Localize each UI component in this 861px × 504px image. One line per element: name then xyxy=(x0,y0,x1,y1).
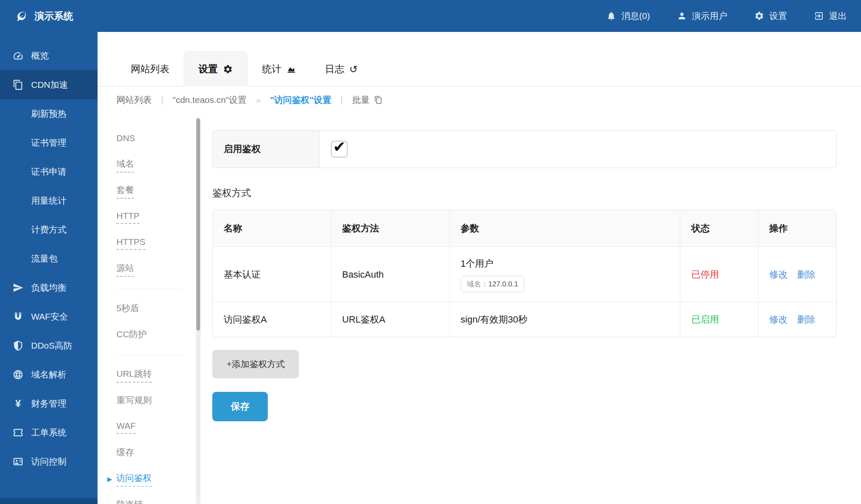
sidebar-item-traffic-pack[interactable]: 流量包 xyxy=(0,244,98,273)
sidebar-item-cert-manage[interactable]: 证书管理 xyxy=(0,128,98,157)
sidebar-item-label: 财务管理 xyxy=(31,398,66,410)
yen-icon: ¥ xyxy=(13,398,24,410)
status-badge: 已启用 xyxy=(680,302,758,337)
tab-settings[interactable]: 设置 xyxy=(184,51,248,87)
breadcrumb-batch-label: 批量 xyxy=(352,94,370,106)
checkmark-icon: ✔ xyxy=(333,138,346,156)
settings-menu-http[interactable]: HTTP xyxy=(116,204,201,230)
idcard-icon xyxy=(13,456,24,467)
topnav-messages[interactable]: 消息(0) xyxy=(606,10,650,22)
enable-auth-row: 启用鉴权 ✔ xyxy=(212,130,837,168)
scrollbar-thumb[interactable] xyxy=(196,118,200,331)
settings-menu-5s-shield[interactable]: 5秒盾 xyxy=(116,296,201,322)
enable-auth-value: ✔ xyxy=(320,131,836,168)
column-header-params: 参数 xyxy=(450,210,681,247)
cell-actions: 修改 删除 xyxy=(758,247,836,302)
settings-menu-scrollbar[interactable] xyxy=(196,117,201,504)
sidebar-item-label: 概览 xyxy=(31,50,49,62)
sidebar-item-label: 域名解析 xyxy=(31,369,66,381)
edit-link[interactable]: 修改 xyxy=(769,314,788,325)
settings-menu-hotlink-protect[interactable]: 防盗链 xyxy=(116,492,201,504)
sidebar-item-billing[interactable]: 计费方式 xyxy=(0,215,98,244)
topnav-user[interactable]: 演示用户 xyxy=(677,10,727,22)
topnav-logout[interactable]: 退出 xyxy=(814,10,847,22)
topnav-logout-label: 退出 xyxy=(829,10,847,22)
tab-logs[interactable]: 日志 ↺ xyxy=(311,52,372,87)
bell-icon xyxy=(606,11,616,21)
gear-icon xyxy=(754,11,764,21)
tab-bar: 网站列表 设置 统计 日志 ↺ xyxy=(98,32,861,87)
breadcrumb-batch[interactable]: 批量 xyxy=(352,94,383,106)
leaf-logo-icon xyxy=(15,10,28,22)
tab-label: 统计 xyxy=(262,63,281,76)
tab-label: 网站列表 xyxy=(131,63,169,76)
settings-menu-dns[interactable]: DNS xyxy=(116,126,201,152)
sidebar-item-load-balancer[interactable]: 负载均衡 xyxy=(0,273,98,302)
param-main: 1个用户 xyxy=(461,257,669,270)
topnav-messages-label: 消息(0) xyxy=(621,10,650,22)
settings-menu-rewrite-rules[interactable]: 重写规则 xyxy=(116,388,201,414)
sidebar-item-label: CDN加速 xyxy=(31,79,68,91)
sidebar-item-overview[interactable]: 概览 xyxy=(0,41,98,70)
cell-method: BasicAuth xyxy=(331,247,450,302)
sidebar-item-tickets[interactable]: 工单系统 xyxy=(0,418,98,447)
settings-menu-waf[interactable]: WAF xyxy=(116,414,201,440)
breadcrumb-separator: | xyxy=(161,95,163,105)
topnav-settings[interactable]: 设置 xyxy=(754,10,787,22)
settings-menu-plan[interactable]: 套餐 xyxy=(116,178,201,204)
main-panel: 启用鉴权 ✔ 鉴权方式 名称 鉴权方法 参数 状态 操作 xyxy=(201,113,861,504)
sidebar-item-finance[interactable]: ¥ 财务管理 xyxy=(0,389,98,418)
breadcrumb-current[interactable]: "访问鉴权"设置 xyxy=(270,94,331,106)
settings-menu: DNS 域名 套餐 HTTP HTTPS 源站 5秒盾 CC防护 URL跳转 重… xyxy=(98,113,201,504)
cell-params: sign/有效期30秒 xyxy=(450,302,681,337)
tab-label: 日志 xyxy=(325,63,344,76)
save-button[interactable]: 保存 xyxy=(212,392,268,421)
sidebar-item-cert-apply[interactable]: 证书申请 xyxy=(0,157,98,186)
sidebar-item-usage-stats[interactable]: 用量统计 xyxy=(0,186,98,215)
enable-auth-checkbox[interactable]: ✔ xyxy=(331,141,348,158)
settings-menu-domain[interactable]: 域名 xyxy=(116,152,201,178)
settings-menu-https[interactable]: HTTPS xyxy=(116,230,201,256)
tab-site-list[interactable]: 网站列表 xyxy=(116,52,184,87)
topnav-settings-label: 设置 xyxy=(769,10,787,22)
sidebar-item-label: 工单系统 xyxy=(31,427,66,438)
sidebar-item-label: WAF安全 xyxy=(31,311,68,323)
sidebar-item-label: 访问控制 xyxy=(31,456,66,467)
settings-menu-cache[interactable]: 缓存 xyxy=(116,440,201,466)
cell-params: 1个用户 域名： 127.0.0.1 xyxy=(450,247,681,302)
breadcrumb-site-settings[interactable]: "cdn.teaos.cn"设置 xyxy=(172,94,246,106)
edit-link[interactable]: 修改 xyxy=(769,269,788,280)
area-chart-icon xyxy=(286,64,296,74)
logout-icon xyxy=(814,11,824,21)
topnav: 消息(0) 演示用户 设置 退出 xyxy=(606,10,847,22)
sidebar-item-label: DDoS高防 xyxy=(31,340,72,352)
paper-plane-icon xyxy=(13,282,24,293)
cell-actions: 修改 删除 xyxy=(758,302,836,337)
cell-name: 基本认证 xyxy=(213,247,331,302)
sidebar-item-dns-resolve[interactable]: 域名解析 xyxy=(0,360,98,389)
tab-stats[interactable]: 统计 xyxy=(248,52,311,87)
cell-method: URL鉴权A xyxy=(331,302,450,337)
settings-menu-origin[interactable]: 源站 xyxy=(116,256,201,282)
delete-link[interactable]: 删除 xyxy=(797,314,816,325)
sidebar-item-refresh-preheat[interactable]: 刷新预热 xyxy=(0,99,98,128)
sidebar-item-cdn[interactable]: CDN加速 xyxy=(0,70,98,99)
topnav-user-label: 演示用户 xyxy=(692,10,727,22)
breadcrumb-separator: » xyxy=(256,95,261,105)
sidebar-item-waf[interactable]: WAF安全 xyxy=(0,302,98,331)
shield-icon xyxy=(13,340,24,351)
gear-icon xyxy=(223,64,233,74)
add-auth-method-button[interactable]: +添加鉴权方式 xyxy=(212,350,299,378)
table-header-row: 名称 鉴权方法 参数 状态 操作 xyxy=(213,210,836,247)
settings-menu-url-redirect[interactable]: URL跳转 xyxy=(116,362,201,388)
delete-link[interactable]: 删除 xyxy=(797,269,816,280)
history-icon: ↺ xyxy=(349,64,358,74)
sidebar-item-access-control[interactable]: 访问控制 xyxy=(0,447,98,476)
table-row: 访问鉴权A URL鉴权A sign/有效期30秒 已启用 修改 删除 xyxy=(213,302,836,337)
sidebar-item-ddos[interactable]: DDoS高防 xyxy=(0,331,98,360)
menu-divider xyxy=(116,289,182,289)
settings-menu-cc-protect[interactable]: CC防护 xyxy=(116,322,201,348)
settings-menu-access-auth[interactable]: ▶ 访问鉴权 xyxy=(116,466,201,492)
cell-name: 访问鉴权A xyxy=(213,302,331,337)
breadcrumb-site-list[interactable]: 网站列表 xyxy=(116,94,152,106)
